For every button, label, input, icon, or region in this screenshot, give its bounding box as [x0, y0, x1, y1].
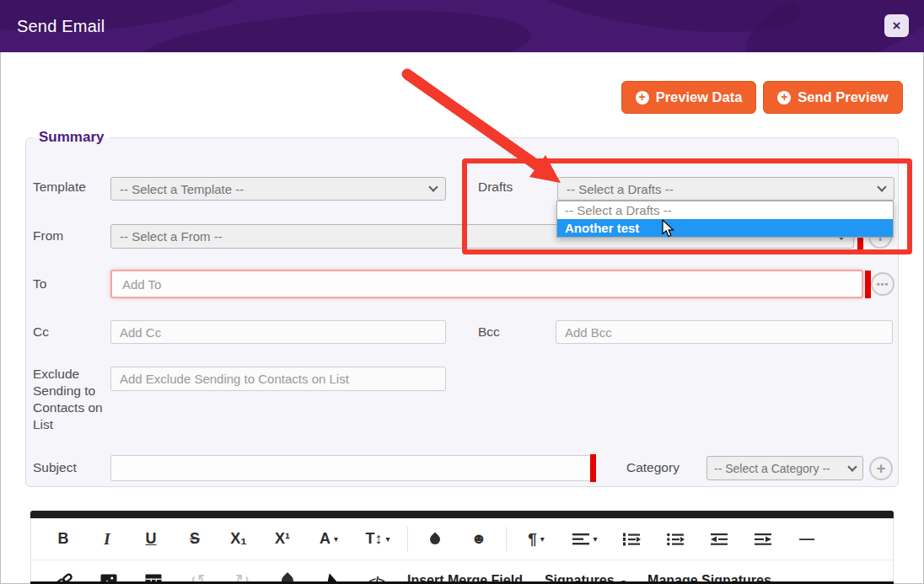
bold-button[interactable]: B — [41, 521, 85, 558]
caret-down-icon: ▾ — [385, 534, 389, 544]
from-select-value: -- Select a From -- — [120, 229, 223, 244]
category-select-value: -- Select a Category -- — [714, 462, 830, 475]
plus-icon: + — [636, 91, 649, 104]
drafts-dropdown-list: -- Select a Drafts -- Another test — [556, 201, 894, 238]
preview-data-button[interactable]: + Preview Data — [621, 81, 756, 114]
bullet-list-button[interactable] — [653, 521, 697, 558]
outdent-icon — [711, 533, 728, 546]
paragraph-glyph: ¶ — [528, 530, 537, 549]
send-email-modal: Send Email × + Preview Data + Send Previ… — [0, 0, 924, 584]
category-label: Category — [626, 460, 680, 475]
indent-button[interactable] — [741, 521, 785, 558]
close-button[interactable]: × — [884, 14, 909, 37]
drafts-option-another-test[interactable]: Another test — [557, 219, 893, 237]
exclude-input[interactable] — [110, 367, 446, 391]
template-select[interactable]: -- Select a Template -- — [110, 177, 446, 201]
plus-icon: + — [777, 91, 791, 104]
chevron-down-icon — [877, 182, 886, 191]
toolbar-separator — [506, 527, 507, 552]
drafts-select[interactable]: -- Select a Drafts -- — [557, 177, 894, 201]
font-size-button[interactable]: T↕ ▾ — [353, 521, 402, 558]
toolbar-row-2: ↺ ↻ </> Insert Merge Field Signatures ▾ … — [31, 561, 893, 584]
to-label: To — [33, 276, 46, 292]
to-required-marker — [865, 271, 871, 298]
to-more-button[interactable]: ••• — [871, 272, 894, 296]
drafts-option-placeholder[interactable]: -- Select a Drafts -- — [557, 201, 893, 219]
bcc-input[interactable] — [556, 320, 893, 344]
plus-icon: + — [876, 460, 885, 478]
template-label: Template — [33, 179, 86, 195]
font-color-button[interactable]: A ▾ — [304, 521, 353, 558]
italic-button[interactable]: I — [85, 521, 129, 558]
send-preview-button[interactable]: + Send Preview — [763, 81, 903, 114]
highlight-color-button[interactable] — [413, 521, 457, 558]
drafts-label: Drafts — [478, 179, 513, 195]
chevron-down-icon — [847, 462, 857, 471]
subscript-button[interactable]: X₁ — [217, 521, 261, 558]
cc-label: Cc — [33, 324, 49, 340]
toolbar-row-1: B I U S X₁ X¹ A ▾ T↕ ▾ ☻ ¶ ▾ — [31, 518, 893, 560]
font-size-glyph: T↕ — [365, 530, 382, 548]
subject-label: Subject — [33, 460, 77, 475]
from-label: From — [33, 228, 63, 244]
strikethrough-button[interactable]: S — [173, 521, 217, 558]
template-select-value: -- Select a Template -- — [120, 182, 244, 196]
modal-title: Send Email — [17, 0, 105, 52]
paragraph-format-button[interactable]: ¶ ▾ — [512, 521, 561, 558]
category-select[interactable]: -- Select a Category -- — [706, 456, 863, 480]
subject-input[interactable] — [110, 455, 591, 481]
rich-text-editor-toolbar: B I U S X₁ X¹ A ▾ T↕ ▾ ☻ ¶ ▾ — [30, 518, 894, 584]
outdent-button[interactable] — [697, 521, 741, 558]
preview-data-label: Preview Data — [656, 89, 743, 105]
horizontal-line-button[interactable]: — — [785, 521, 829, 558]
add-category-button[interactable]: + — [869, 457, 893, 480]
ordered-list-button[interactable] — [610, 521, 653, 558]
caret-down-icon: ▾ — [540, 534, 545, 544]
font-color-glyph: A — [320, 530, 330, 548]
droplet-icon — [428, 532, 443, 546]
bullet-list-icon — [667, 533, 685, 546]
summary-section: Summary Template -- Select a Template --… — [25, 137, 899, 487]
chevron-down-icon — [428, 182, 438, 191]
underline-button[interactable]: U — [129, 521, 173, 558]
indent-icon — [755, 533, 771, 546]
to-input[interactable] — [110, 270, 863, 298]
caret-down-icon: ▾ — [334, 534, 338, 544]
drafts-select-value: -- Select a Drafts -- — [567, 182, 674, 196]
ellipsis-icon: ••• — [877, 279, 889, 289]
editor-top-border — [30, 511, 894, 518]
send-preview-label: Send Preview — [798, 89, 888, 105]
summary-legend: Summary — [33, 129, 110, 146]
align-icon — [572, 533, 589, 546]
exclude-label: Exclude Sending to Contacts on List — [33, 366, 110, 433]
emoji-button[interactable]: ☻ — [457, 521, 501, 558]
superscript-button[interactable]: X¹ — [261, 521, 304, 558]
align-button[interactable]: ▾ — [561, 521, 610, 558]
toolbar-separator — [407, 527, 408, 552]
subject-required-marker — [590, 454, 596, 482]
cc-input[interactable] — [110, 320, 446, 344]
ordered-list-icon — [623, 533, 641, 546]
modal-header: Send Email × — [0, 0, 924, 52]
caret-down-icon: ▾ — [593, 534, 597, 544]
bcc-label: Bcc — [478, 324, 500, 340]
